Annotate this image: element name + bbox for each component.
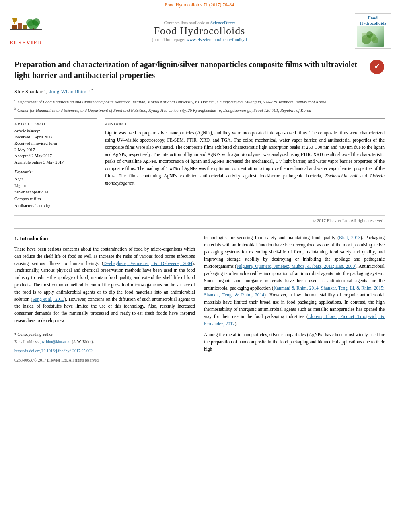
ref-llorens[interactable]: Llorens, Lloret, Picouet, Trbojevich, & … — [204, 314, 385, 326]
svg-text:CrossMark: CrossMark — [372, 71, 382, 74]
abstract-column: ABSTRACT Lignin was used to prepare silv… — [105, 118, 385, 210]
journal-homepage-link[interactable]: www.elsevier.com/locate/foodhyd — [186, 37, 247, 42]
journal-citation-bar: Food Hydrocolloids 71 (2017) 76–84 — [0, 0, 399, 9]
svg-point-15 — [362, 33, 367, 38]
journal-homepage: journal homepage: www.elsevier.com/locat… — [44, 37, 355, 42]
abstract-text: Lignin was used to prepare silver nanopa… — [105, 129, 385, 187]
intro-paragraph-1: There have been serious concerns about t… — [14, 246, 195, 325]
main-body: 1. Introduction There have been serious … — [14, 234, 385, 364]
svg-rect-7 — [33, 28, 34, 30]
authors-line: Shiv Shankar a, Jong-Whan Rhim b, * — [14, 88, 385, 95]
history-item-5: Available online 3 May 2017 — [14, 159, 97, 166]
svg-marker-9 — [12, 18, 17, 22]
svg-point-6 — [32, 18, 40, 26]
article-title-block: Preparation and characterization of agar… — [14, 59, 385, 84]
abstract-label: ABSTRACT — [105, 122, 385, 126]
keyword-5: Antibacterial activity — [14, 203, 97, 210]
copyright-line: © 2017 Elsevier Ltd. All rights reserved… — [14, 215, 385, 223]
svg-point-14 — [372, 37, 378, 43]
elsevier-tree-icon — [8, 16, 44, 39]
ref-sung[interactable]: Sung et al., 2013 — [32, 297, 64, 302]
elsevier-wordmark: ELSEVIER — [10, 39, 43, 46]
author-1: Shiv Shankar — [14, 89, 43, 95]
body-column-left: 1. Introduction There have been serious … — [14, 234, 195, 364]
keywords-label: Keywords: — [14, 170, 97, 174]
affiliation-1: a Department of Food Engineering and Bio… — [14, 98, 385, 105]
svg-point-13 — [366, 31, 373, 38]
svg-rect-2 — [18, 23, 22, 29]
elsevier-logo: ELSEVIER — [8, 16, 44, 46]
fh-journal-logo-box: FoodHydrocolloids — [355, 13, 391, 49]
affiliations-block: a Department of Food Engineering and Bio… — [14, 98, 385, 113]
paper-content: Preparation and characterization of agar… — [0, 53, 399, 369]
intro-paragraph-3: Among the metallic nanoparticles, silver… — [204, 331, 385, 353]
body-column-right: technologies for securing food safety an… — [204, 234, 385, 364]
ref-kanmani[interactable]: Kanmani & Rhim, 2014; Shankar, Teng, Li,… — [204, 286, 385, 298]
email-link[interactable]: jwrhim@khu.ac.kr — [41, 339, 71, 344]
journal-citation-text: Food Hydrocolloids 71 (2017) 76–84 — [165, 2, 234, 7]
section-divider — [14, 228, 385, 229]
article-history-label: Article history: — [14, 129, 97, 133]
email-footnote: E-mail address: jwrhim@khu.ac.kr (J.-W. … — [14, 339, 195, 345]
ref-falguera[interactable]: Falguera, Quintero, Jiménez, Muñoz, & Ib… — [237, 264, 355, 269]
doi-bar: http://dx.doi.org/10.1016/j.foodhyd.2017… — [14, 348, 195, 354]
article-history-block: Article history: Received 3 April 2017 R… — [14, 129, 97, 166]
svg-rect-1 — [12, 25, 17, 29]
history-item-4: Accepted 2 May 2017 — [14, 153, 97, 159]
sciencedirect-link[interactable]: ScienceDirect — [210, 20, 235, 25]
doi-link[interactable]: http://dx.doi.org/10.1016/j.foodhyd.2017… — [14, 349, 93, 353]
article-info-column: ARTICLE INFO Article history: Received 3… — [14, 118, 97, 210]
article-title: Preparation and characterization of agar… — [14, 59, 364, 81]
history-item-3: 2 May 2017 — [14, 147, 97, 153]
keyword-3: Silver nanoparticles — [14, 189, 97, 196]
ref-devlieghere[interactable]: Devlieghere, Vermeiren, & Debevere, 2004 — [103, 261, 193, 266]
keyword-4: Composite film — [14, 196, 97, 203]
author-1-superscript: a — [44, 88, 45, 92]
journal-header: ELSEVIER Contents lists available at Sci… — [0, 9, 399, 53]
affiliation-2: b Center for Humanities and Sciences, an… — [14, 106, 385, 113]
sciencedirect-info: Contents lists available at ScienceDirec… — [44, 20, 355, 25]
svg-text:✓: ✓ — [374, 62, 380, 70]
article-body: ARTICLE INFO Article history: Received 3… — [14, 118, 385, 210]
keyword-1: Agar — [14, 176, 97, 183]
history-item-2: Received in revised form — [14, 140, 97, 147]
keywords-section: Keywords: Agar Lignin Silver nanoparticl… — [14, 170, 97, 210]
journal-title-block: Contents lists available at ScienceDirec… — [44, 20, 355, 42]
fh-thumbnail-image — [357, 26, 384, 47]
footnote-section: * Corresponding author. E-mail address: … — [14, 329, 195, 364]
issn-bar: 0268-005X/© 2017 Elsevier Ltd. All right… — [14, 357, 195, 364]
fh-logo-title: FoodHydrocolloids — [357, 15, 389, 26]
crossmark-icon[interactable]: ✓ CrossMark — [369, 59, 385, 74]
history-item-1: Received 3 April 2017 — [14, 134, 97, 140]
svg-rect-10 — [14, 22, 15, 24]
author-2[interactable]: Jong-Whan Rhim — [49, 89, 86, 95]
intro-paragraph-2: technologies for securing food safety an… — [204, 234, 385, 328]
keyword-2: Lignin — [14, 183, 97, 189]
svg-rect-3 — [23, 25, 27, 29]
author-2-superscript: b, * — [88, 88, 93, 92]
fh-thumbnail-svg — [358, 27, 383, 45]
corresponding-author-note: * Corresponding author. — [14, 331, 195, 337]
introduction-heading: 1. Introduction — [14, 234, 195, 242]
journal-name: Food Hydrocolloids — [44, 25, 355, 37]
article-info-label: ARTICLE INFO — [14, 122, 97, 126]
ref-bhat[interactable]: Bhat, 2013 — [339, 235, 360, 240]
